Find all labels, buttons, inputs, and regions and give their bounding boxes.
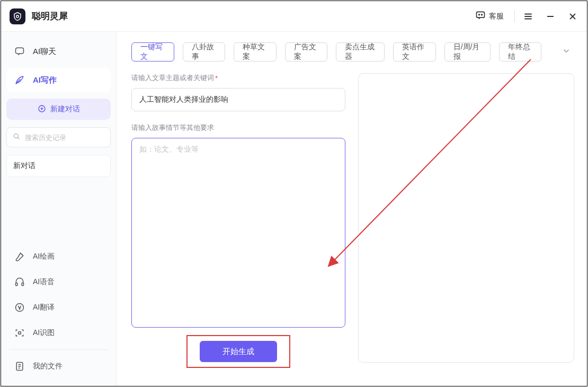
writing-tab-6[interactable]: 日/周/月报	[444, 42, 491, 61]
titlebar-divider	[514, 11, 515, 22]
chevron-down-icon	[562, 46, 571, 58]
paintbrush-icon	[14, 251, 25, 262]
writing-tab-1[interactable]: 八卦故事	[183, 42, 226, 61]
tab-label: 日/周/月报	[453, 42, 482, 61]
svg-rect-10	[16, 48, 24, 54]
writing-tab-5[interactable]: 英语作文	[393, 42, 436, 61]
search-icon	[12, 132, 21, 143]
nav-label: AI聊天	[33, 47, 56, 57]
tool-label: AI翻译	[33, 303, 55, 312]
tool-label: AI语音	[33, 277, 55, 287]
generate-button[interactable]: 开始生成	[200, 341, 277, 362]
tool-ai-image-recognition[interactable]: AI识图	[6, 321, 111, 345]
writing-tab-3[interactable]: 广告文案	[285, 42, 328, 61]
tab-label: 英语作文	[402, 42, 427, 61]
tool-label: AI识图	[33, 328, 55, 338]
required-mark: *	[215, 74, 218, 82]
nav-ai-chat[interactable]: AI聊天	[6, 39, 111, 64]
topic-label: 请输入文章主题或者关键词 *	[131, 73, 345, 83]
customer-service-label: 客服	[489, 12, 504, 21]
tool-ai-drawing[interactable]: AI绘画	[6, 244, 111, 269]
nav-label: AI写作	[33, 75, 57, 85]
tool-ai-voice[interactable]: AI语音	[6, 270, 111, 294]
svg-point-3	[482, 14, 483, 15]
writing-tab-2[interactable]: 种草文案	[234, 42, 277, 61]
app-title: 聪明灵犀	[32, 10, 68, 22]
plus-circle-icon	[38, 104, 46, 115]
svg-rect-1	[477, 12, 485, 17]
tabs-expand-button[interactable]	[558, 42, 574, 61]
window-minimize-button[interactable]	[545, 11, 556, 22]
writing-tab-4[interactable]: 卖点生成器	[336, 42, 385, 61]
tab-label: 八卦故事	[192, 42, 217, 61]
image-scan-icon	[14, 327, 25, 339]
topic-input-wrap[interactable]	[131, 88, 345, 111]
tab-label: 一键写文	[140, 42, 165, 61]
tab-label: 种草文案	[243, 42, 268, 61]
customer-service-button[interactable]: 客服	[471, 8, 508, 24]
requirements-textarea[interactable]	[131, 138, 345, 328]
tool-ai-translate[interactable]: AI翻译	[6, 295, 111, 320]
tab-label: 年终总结	[508, 42, 533, 61]
svg-point-14	[14, 134, 18, 138]
sidebar-divider	[10, 349, 108, 350]
headphones-icon	[14, 276, 25, 288]
new-conversation-button[interactable]: 新建对话	[6, 99, 111, 120]
svg-rect-16	[16, 283, 17, 286]
output-preview-panel	[358, 73, 574, 363]
history-item-label: 新对话	[13, 161, 35, 171]
history-search-wrap[interactable]	[6, 127, 111, 147]
writing-mode-tabs: 一键写文八卦故事种草文案广告文案卖点生成器英语作文日/周/月报年终总结	[131, 42, 574, 61]
feather-icon	[14, 74, 25, 86]
hamburger-menu-button[interactable]	[522, 11, 534, 22]
app-logo-icon	[10, 8, 25, 24]
tab-label: 卖点生成器	[345, 42, 376, 61]
requirements-label: 请输入故事情节等其他要求	[131, 123, 345, 133]
history-search-input[interactable]	[25, 134, 105, 142]
topic-input[interactable]	[139, 95, 337, 104]
chat-icon	[14, 46, 25, 57]
window-close-button[interactable]	[567, 11, 578, 22]
writing-tab-7[interactable]: 年终总结	[499, 42, 542, 61]
svg-point-19	[19, 332, 21, 335]
my-files[interactable]: 我的文件	[6, 354, 111, 379]
writing-tab-0[interactable]: 一键写文	[131, 42, 174, 61]
chat-bubble-icon	[475, 10, 486, 22]
history-item[interactable]: 新对话	[6, 155, 111, 177]
svg-point-0	[16, 15, 19, 17]
nav-ai-writing[interactable]: AI写作	[6, 68, 111, 92]
tool-label: AI绘画	[33, 252, 55, 261]
annotation-highlight-box: 开始生成	[186, 335, 290, 368]
svg-point-2	[479, 14, 480, 15]
my-files-label: 我的文件	[33, 362, 63, 371]
new-conversation-label: 新建对话	[50, 104, 80, 114]
translate-icon	[14, 302, 25, 313]
document-icon	[14, 360, 25, 372]
svg-line-15	[17, 137, 19, 139]
generate-button-label: 开始生成	[222, 347, 254, 357]
svg-rect-17	[22, 283, 23, 286]
tab-label: 广告文案	[294, 42, 319, 61]
